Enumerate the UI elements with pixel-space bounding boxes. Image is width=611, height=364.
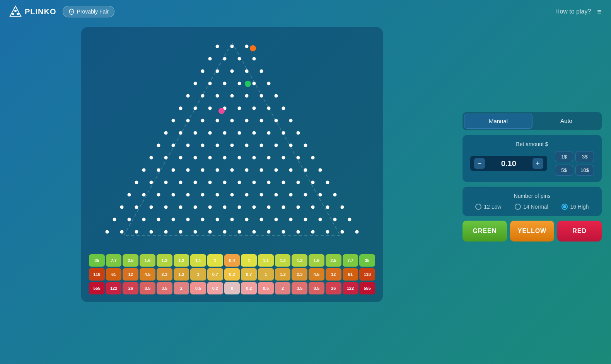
- pin: [194, 107, 197, 110]
- pin: [260, 119, 263, 122]
- multiplier-cell: 1.1: [190, 254, 206, 267]
- pin: [142, 218, 146, 221]
- quick-bet-3$[interactable]: 3$: [575, 151, 594, 162]
- pin: [201, 119, 205, 122]
- pin: [282, 181, 285, 184]
- pins-area: [89, 35, 375, 251]
- pin: [333, 218, 337, 221]
- quick-bet-5$[interactable]: 5$: [555, 165, 573, 176]
- pin: [297, 181, 300, 184]
- pin: [289, 144, 293, 147]
- pin: [194, 131, 197, 135]
- pin: [260, 168, 263, 172]
- pin: [157, 218, 160, 221]
- multiplier-cell: 0.5: [258, 282, 274, 294]
- pin: [304, 193, 307, 197]
- pin: [311, 181, 315, 184]
- pin: [253, 181, 256, 184]
- multiplier-cell: 35: [359, 254, 375, 267]
- pin: [289, 193, 293, 197]
- multiplier-cell: 0.2: [207, 282, 223, 294]
- pin: [157, 168, 160, 172]
- quick-bet-1$[interactable]: 1$: [555, 151, 573, 162]
- how-to-play-link[interactable]: How to play?: [555, 8, 591, 15]
- pin: [260, 144, 263, 147]
- svg-point-3: [17, 13, 19, 15]
- header-right: How to play? ≡: [555, 7, 602, 16]
- pin: [194, 230, 197, 234]
- pin: [208, 131, 212, 135]
- plinko-logo-icon: [9, 5, 22, 18]
- yellow-button[interactable]: YELLOW: [510, 221, 555, 242]
- pin: [172, 193, 175, 197]
- pin: [253, 131, 256, 135]
- pin-radio-16high: [562, 204, 568, 210]
- pin: [230, 168, 234, 172]
- pin: [238, 230, 241, 234]
- quick-bet-10$[interactable]: 10$: [575, 165, 594, 176]
- pin: [179, 206, 183, 209]
- pin: [223, 57, 227, 61]
- pin-option-16high[interactable]: 16 High: [562, 204, 589, 210]
- red-multiplier-row: 555122268.53.520.50.200.20.523.58.526122…: [89, 282, 375, 294]
- tab-manual[interactable]: Manual: [464, 114, 532, 129]
- pin: [208, 156, 212, 160]
- pin: [216, 193, 219, 197]
- pin: [238, 206, 241, 209]
- pin: [230, 94, 234, 98]
- pin: [282, 131, 285, 135]
- multiplier-cell: 0.5: [190, 282, 206, 294]
- multiplier-cell: 35: [89, 254, 105, 267]
- pin: [275, 119, 278, 122]
- bet-increase-button[interactable]: +: [532, 158, 543, 169]
- multiplier-container: 357.72.51.61.31.21.110.411.11.21.31.62.5…: [89, 254, 375, 294]
- pin: [201, 193, 205, 197]
- pin: [135, 206, 138, 209]
- multiplier-cell: 0.7: [207, 268, 223, 281]
- pin: [245, 94, 249, 98]
- pin: [348, 218, 352, 221]
- multiplier-cell: 12: [123, 268, 138, 281]
- pin: [157, 144, 160, 147]
- pin: [135, 230, 138, 234]
- multiplier-cell: 2.3: [157, 268, 172, 281]
- multiplier-cell: 2.5: [123, 254, 138, 267]
- pin: [319, 193, 322, 197]
- pin-option-12low[interactable]: 12 Low: [475, 204, 501, 210]
- pin-option-14normal[interactable]: 14 Normal: [515, 204, 548, 210]
- multiplier-cell: 0.2: [241, 282, 257, 294]
- pin: [128, 218, 131, 221]
- pins-options: 12 Low14 Normal16 High: [470, 204, 594, 210]
- pin: [194, 181, 197, 184]
- pin: [304, 168, 307, 172]
- multiplier-cell: 1: [190, 268, 206, 281]
- red-button[interactable]: RED: [557, 221, 602, 242]
- tabs-container: Manual Auto: [463, 112, 602, 130]
- pin: [326, 181, 329, 184]
- pin: [230, 144, 234, 147]
- pin: [253, 57, 256, 61]
- multiplier-cell: 0.2: [224, 268, 240, 281]
- pin: [245, 119, 249, 122]
- provably-fair-button[interactable]: Provably Fair: [63, 6, 114, 17]
- pin: [186, 218, 190, 221]
- bet-decrease-button[interactable]: −: [474, 158, 485, 169]
- pin: [216, 119, 219, 122]
- multiplier-cell: 118: [89, 268, 105, 281]
- pin: [172, 168, 175, 172]
- pin: [150, 206, 153, 209]
- provably-fair-label: Provably Fair: [77, 9, 109, 15]
- pin: [267, 156, 271, 160]
- multiplier-cell: 1.2: [174, 254, 189, 267]
- tab-auto[interactable]: Auto: [532, 114, 600, 129]
- pin: [186, 119, 190, 122]
- menu-icon[interactable]: ≡: [597, 7, 602, 16]
- pin: [128, 193, 131, 197]
- multiplier-cell: 61: [106, 268, 122, 281]
- green-button[interactable]: GREEN: [463, 221, 507, 242]
- pin: [150, 156, 153, 160]
- pin: [223, 206, 227, 209]
- multiplier-cell: 1.2: [275, 254, 291, 267]
- pin: [230, 193, 234, 197]
- right-panel: Manual Auto Bet amount $ − 0.10 + 1$3$5$…: [455, 27, 602, 360]
